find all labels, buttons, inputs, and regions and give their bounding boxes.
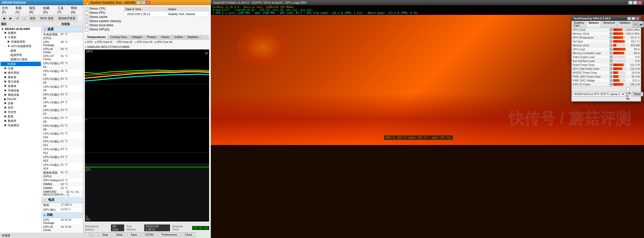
menu-file[interactable]: 文件(F) [1, 6, 12, 14]
gpuz-ctrl-hotspot[interactable]: ▼ [610, 40, 613, 43]
stress-disk-check[interactable] [85, 24, 88, 27]
clear-btn[interactable]: Clear [112, 232, 126, 237]
driver-btn[interactable]: 驱动程序更新 [57, 16, 77, 21]
gpuz-ctrl-pwr-src-draw[interactable]: ▼ [610, 75, 613, 78]
gpuz-camera-btn[interactable]: 📷 [638, 21, 644, 27]
cpuid-btn[interactable]: CPUID [141, 232, 157, 237]
sensor-cpu-ia-cores-w: CPU IA Cores 43.74 W [42, 225, 83, 232]
stress-gpu-check[interactable] [85, 28, 88, 31]
tree-super[interactable]: 超级 [1, 48, 41, 53]
gpuz-ctrl-gpu-temp[interactable]: ▼ [610, 36, 613, 39]
tree-network[interactable]: ▶ 网络设备 [1, 93, 41, 97]
start-btn[interactable]: Start [85, 232, 98, 237]
gpuz-log-checkbox[interactable] [626, 88, 630, 91]
tree-computer[interactable]: ▼ 计算机 [1, 35, 41, 40]
gpuz-tab-validation[interactable]: Validation [617, 21, 633, 28]
tree-benchmark[interactable]: ▶ 性能测试 [1, 123, 41, 128]
gpuz-ctrl-mvddc[interactable]: ▼ [610, 71, 613, 74]
menu-view[interactable]: 查看(V) [15, 6, 26, 14]
sensor-core13: CPU #1/核心 #13 83 °C [42, 155, 83, 163]
tree-favorites[interactable]: ▶ 收藏夹 [1, 31, 41, 35]
gpuz-maximize[interactable]: □ [632, 17, 635, 20]
gpuz-ctrl-gpu-load[interactable]: ▼ [610, 48, 613, 51]
stress-cpu-check[interactable] [85, 7, 88, 10]
tab-voltages[interactable]: Voltages [129, 35, 145, 39]
maximize-btn[interactable]: □ [141, 1, 145, 4]
gpuz-minimize[interactable]: ─ [627, 17, 631, 20]
gpuz-ctrl-chip-pwr[interactable]: ▼ [610, 67, 613, 70]
gpuz-reset-btn[interactable]: Reset [632, 92, 643, 96]
preferences-btn[interactable]: Preferences [158, 232, 180, 237]
tab-cooling[interactable]: Cooling Fans [108, 35, 129, 39]
gpuz-ctrl-board-pwr[interactable]: ▼ [610, 63, 613, 66]
tree-portable[interactable]: 便携式计算机 [1, 57, 41, 62]
gpuz-ctrl-bus-if[interactable]: ▼ [610, 59, 613, 62]
furmark-maximize[interactable]: □ [633, 1, 637, 4]
tree-server[interactable]: ▶ 服务器 [1, 75, 41, 79]
stop-btn[interactable]: Stop [99, 232, 111, 237]
gpuz-gpu-select[interactable]: NVIDIA GeForce RTX 3070 Ti Laptop G [573, 92, 625, 96]
tree-devices[interactable]: ▶ 设备 [1, 101, 41, 105]
tree-storage-type[interactable]: ▶ 存储器类型 [1, 40, 41, 44]
tree-multimedia[interactable]: ▶ 多媒体 [1, 84, 41, 88]
tree-gpu-sensor[interactable]: ▼ GPU传感器类型 [1, 44, 41, 48]
gpuz-settings-btn[interactable]: ⚙ [633, 21, 638, 27]
tab-unified[interactable]: Unified [172, 35, 185, 39]
menu-favorites[interactable]: 收藏(O) [42, 6, 54, 14]
gpuz-ctrl-gpu-clock[interactable]: ▼ [610, 28, 613, 31]
tree-motherboard[interactable]: ▶ 主板 [1, 66, 41, 71]
gpuz-ctrl-video-eng[interactable]: ▼ [610, 55, 613, 59]
sensor-nvme: SAMSUNG MZVL21T0HCLR-... 40 °C / 41 °C [42, 190, 83, 197]
tree-directx[interactable]: ▶ DirectX [1, 97, 41, 101]
tree-software[interactable]: ▶ 软件 [1, 105, 41, 110]
bios-btn[interactable]: BIOS 更新 [39, 16, 55, 21]
stress-memory-check[interactable] [85, 20, 88, 23]
tree-display[interactable]: ▶ 显示设备 [1, 79, 41, 84]
menu-tools[interactable]: 工具(T) [57, 6, 68, 14]
refresh-btn[interactable]: ↺ [15, 16, 21, 21]
close-btn[interactable]: ✕ [146, 1, 150, 4]
gpuz-ctrl-8pin[interactable]: ▼ [610, 83, 613, 86]
home-btn[interactable]: ⌂ [22, 16, 27, 21]
furmark-close[interactable]: ✕ [638, 1, 642, 4]
gpuz-tab-sensors[interactable]: Sensors [586, 21, 601, 28]
save-btn[interactable]: Save [127, 232, 140, 237]
menu-help[interactable]: 帮助(H) [70, 6, 82, 14]
furmark-win-controls: ─ □ ✕ [628, 1, 642, 4]
tree-os[interactable]: ▶ 操作系统 [1, 71, 41, 75]
gpuz-bottom: NVIDIA GeForce RTX 3070 Ti Laptop G Log … [572, 86, 641, 101]
tree-database[interactable]: ▶ 数据库 [1, 119, 41, 123]
status-table: Date & Time Status 2022/1/28 1:35:11 Sta… [124, 7, 209, 17]
sensor-core10: CPU #1/核心 #10 81 °C [42, 131, 83, 139]
gpuz-ctrl-mem-used[interactable]: ▼ [610, 44, 613, 47]
forward-btn[interactable]: ▶ [8, 16, 14, 21]
tab-powers[interactable]: Powers [145, 35, 159, 39]
tab-temperatures[interactable]: Temperatures [85, 35, 108, 39]
tree-config[interactable]: ▶ 配置 [1, 114, 41, 119]
close-stability-btn[interactable]: Close [182, 232, 196, 237]
tree-security[interactable]: ▶ 安全性 [1, 110, 41, 114]
minimize-btn[interactable]: ─ [136, 1, 141, 4]
tab-clocks[interactable]: Clocks [159, 35, 172, 39]
gpuz-ctrl-mem-clock[interactable]: ▼ [610, 32, 613, 35]
gpuz-close-x[interactable]: ✕ [636, 17, 639, 20]
menu-report[interactable]: 报告(R) [28, 6, 40, 14]
tree-aida64-root[interactable]: ▼ AIDA64 v6.60.5900 [1, 27, 41, 31]
gpuz-ctrl-mem-ctrl[interactable]: ▼ [610, 52, 613, 55]
tree-sensors[interactable]: 传感器 [1, 62, 41, 66]
back-btn[interactable]: ◀ [1, 16, 7, 21]
temperature-header: 🌡 温度 [42, 27, 83, 32]
gpuz-tab-advanced[interactable]: Advanced [601, 21, 617, 28]
tree-power-mgmt[interactable]: 电源管理 [1, 53, 41, 57]
furmark-minimize[interactable]: ─ [628, 1, 633, 4]
report-btn[interactable]: 报告 [28, 16, 37, 21]
stress-fpu-check[interactable] [85, 11, 88, 15]
tree-storage[interactable]: ▶ 存储设备 [1, 88, 41, 93]
legend-core3: ■ CPU Core #3 [135, 41, 152, 43]
gpuz-tab-graphics[interactable]: Graphics Card [572, 21, 586, 28]
gpuz-ctrl-pwr-src-v[interactable]: ▼ [610, 79, 613, 82]
temperature-label: 温度 [47, 27, 54, 32]
svg-text:100%: 100% [85, 167, 91, 172]
tab-statistics[interactable]: Statistics [185, 35, 201, 39]
stress-cache-check[interactable] [85, 15, 88, 19]
